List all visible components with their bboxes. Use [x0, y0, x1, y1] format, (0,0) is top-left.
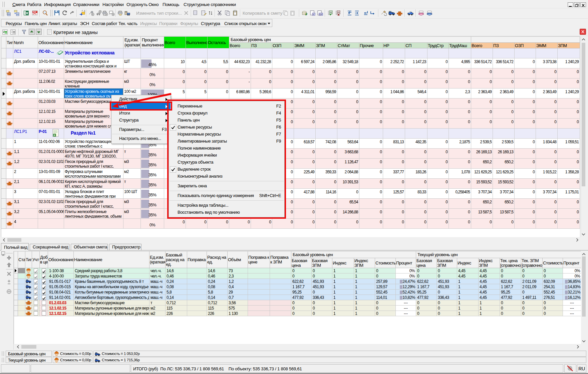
svg-text:₽: ₽ [305, 13, 307, 16]
svg-text:P: P [313, 13, 315, 16]
svg-text:ПР: ПР [319, 13, 323, 16]
svg-text:P: P [54, 134, 55, 137]
svg-text:PDF: PDF [33, 11, 37, 13]
